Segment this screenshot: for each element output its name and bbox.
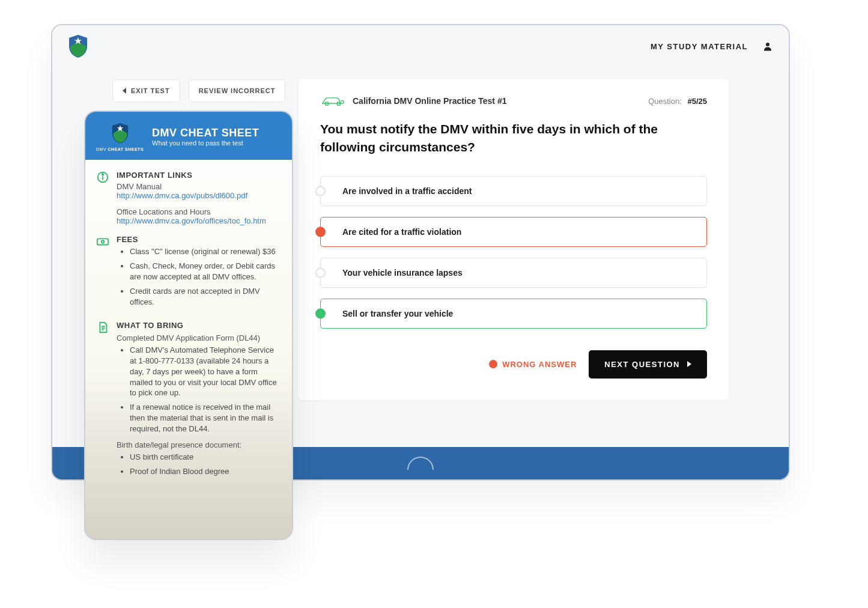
cheat-sheet-logo-icon (111, 123, 129, 144)
bring-list: Call DMV's Automated Telephone Service a… (117, 345, 281, 435)
what-to-bring-heading: WHAT TO BRING (117, 321, 281, 330)
radio-icon (315, 308, 326, 318)
dmv-manual-label: DMV Manual (117, 182, 281, 191)
review-incorrect-label: REVIEW INCORRECT (199, 87, 276, 94)
svg-rect-8 (97, 239, 108, 245)
list-item: Cash, Check, Money order, or Debit cards… (130, 261, 281, 282)
radio-icon (315, 226, 326, 237)
footer-arc-icon (407, 457, 434, 470)
radio-icon (315, 186, 326, 196)
question-text: You must notify the DMV within five days… (320, 120, 707, 157)
quiz-card: California DMV Online Practice Test #1 Q… (299, 79, 729, 400)
svg-point-9 (102, 240, 104, 243)
answer-text: Sell or transfer your vehicle (342, 309, 453, 318)
quiz-title: California DMV Online Practice Test #1 (353, 96, 506, 106)
list-item: If a renewal notice is received in the m… (130, 402, 281, 434)
mobile-window: DMV CHEAT SHEETS DMV CHEAT SHEET What yo… (84, 111, 293, 540)
important-links-heading: IMPORTANT LINKS (117, 171, 281, 180)
document-icon (96, 321, 109, 481)
answer-text: Are cited for a traffic violation (342, 227, 461, 237)
office-locations-link[interactable]: http://www.dmv.ca.gov/fo/offices/toc_fo.… (117, 216, 281, 225)
fees-heading: FEES (117, 235, 281, 244)
fees-list: Class "C" license (original or renewal) … (117, 246, 281, 308)
birth-doc-list: US birth certificateProof of Indian Bloo… (117, 452, 281, 477)
list-item: US birth certificate (130, 452, 281, 463)
my-study-material-link[interactable]: MY STUDY MATERIAL (651, 42, 748, 51)
birth-doc-label: Birth date/legal presence document: (117, 440, 281, 449)
bring-intro: Completed DMV Application Form (DL44) (117, 333, 281, 342)
answer-option[interactable]: Sell or transfer your vehicle (320, 299, 707, 329)
svg-point-3 (337, 102, 341, 106)
cheat-sheet-title: DMV CHEAT SHEET (152, 127, 259, 140)
caret-right-icon (687, 361, 691, 367)
list-item: Credit cards are not accepted in DMV off… (130, 286, 281, 308)
answer-option[interactable]: Are involved in a traffic accident (320, 176, 707, 206)
caret-left-icon (123, 88, 126, 94)
list-item: Class "C" license (original or renewal) … (130, 246, 281, 257)
car-icon (320, 95, 345, 107)
answers-list: Are involved in a traffic accidentAre ci… (320, 176, 707, 329)
next-question-button[interactable]: NEXT QUESTION (589, 350, 707, 378)
answer-text: Are involved in a traffic accident (342, 186, 472, 196)
answer-text: Your vehicle insurance lapses (342, 268, 463, 278)
office-locations-label: Office Locations and Hours (117, 207, 281, 216)
svg-point-7 (102, 174, 103, 175)
app-logo-icon (68, 34, 88, 58)
user-icon[interactable] (762, 41, 773, 52)
review-incorrect-button[interactable]: REVIEW INCORRECT (189, 79, 286, 102)
wrong-answer-badge: WRONG ANSWER (489, 360, 577, 369)
info-icon (96, 171, 109, 225)
answer-option[interactable]: Are cited for a traffic violation (320, 217, 707, 247)
app-header: MY STUDY MATERIAL (52, 25, 789, 67)
list-item: Proof of Indian Blood degree (130, 466, 281, 477)
money-icon (96, 235, 109, 311)
svg-point-2 (325, 102, 329, 106)
list-item: Call DMV's Automated Telephone Service a… (130, 345, 281, 399)
exit-test-button[interactable]: EXIT TEST (112, 79, 180, 102)
test-controls: EXIT TEST REVIEW INCORRECT (112, 79, 281, 102)
dmv-manual-link[interactable]: http://www.dmv.ca.gov/pubs/dl600.pdf (117, 191, 281, 200)
question-counter: Question: #5/25 (648, 97, 707, 106)
cheat-sheet-logo-caption: DMV CHEAT SHEETS (96, 147, 144, 151)
cheat-sheet-subtitle: What you need to pass the test (152, 139, 259, 147)
next-question-label: NEXT QUESTION (604, 360, 680, 369)
exit-test-label: EXIT TEST (131, 87, 170, 94)
radio-icon (315, 267, 326, 278)
answer-option[interactable]: Your vehicle insurance lapses (320, 258, 707, 288)
svg-point-1 (766, 43, 769, 46)
cheat-sheet-header: DMV CHEAT SHEETS DMV CHEAT SHEET What yo… (85, 112, 292, 160)
